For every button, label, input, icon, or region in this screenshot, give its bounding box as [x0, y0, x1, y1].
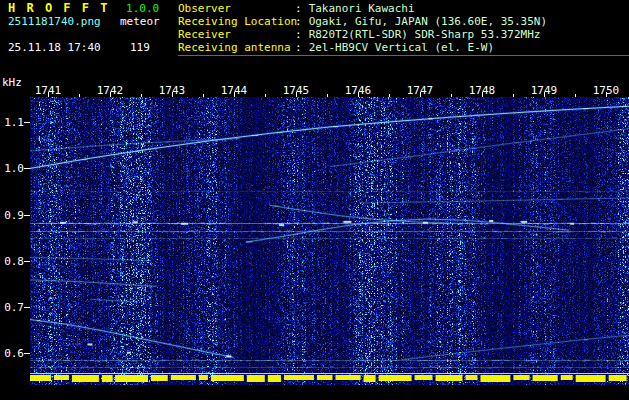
info-separator: : — [295, 2, 302, 15]
mode-label: meteor — [120, 15, 160, 28]
app-version: 1.0.0 — [126, 2, 159, 15]
info-label: Receiving antenna — [178, 41, 295, 54]
header-left: H R O F F T 1.0.0 2511181740.png meteor … — [8, 2, 178, 54]
info-row-receiver: Receiver : R820T2(RTL-SDR) SDR-Sharp 53.… — [178, 28, 629, 41]
info-separator: : — [295, 15, 302, 28]
info-value: 2el-HB9CV Vertical (el. E-W) — [309, 41, 494, 54]
info-value: Ogaki, Gifu, JAPAN (136.60E, 35.35N) — [309, 15, 547, 28]
info-value: R820T2(RTL-SDR) SDR-Sharp 53.372MHz — [309, 28, 541, 41]
info-label: Receiving Location — [178, 15, 295, 28]
hrofft-window: H R O F F T 1.0.0 2511181740.png meteor … — [0, 0, 629, 400]
spectrogram-canvas — [0, 85, 629, 400]
info-row-antenna: Receiving antenna : 2el-HB9CV Vertical (… — [178, 41, 629, 54]
info-value: Takanori Kawachi — [309, 2, 415, 15]
info-label: Observer — [178, 2, 295, 15]
info-row-observer: Observer : Takanori Kawachi — [178, 2, 629, 15]
info-separator: : — [295, 41, 302, 54]
info-label: Receiver — [178, 28, 295, 41]
info-row-location: Receiving Location : Ogaki, Gifu, JAPAN … — [178, 15, 629, 28]
station-info: Observer : Takanori Kawachi Receiving Lo… — [178, 2, 629, 54]
header-spacer-row — [8, 28, 178, 41]
info-separator: : — [295, 28, 302, 41]
echo-count: 119 — [130, 41, 150, 54]
info-underline — [178, 55, 629, 56]
